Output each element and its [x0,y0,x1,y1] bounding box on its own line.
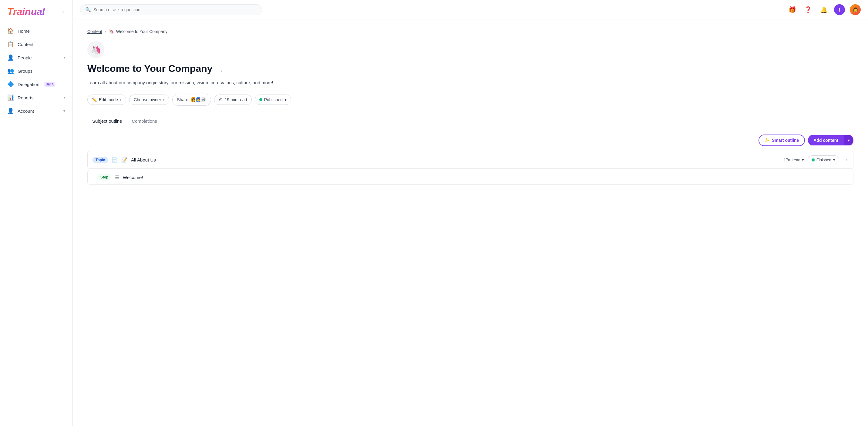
edit-mode-button[interactable]: ✏️ Edit mode ▾ [87,95,126,105]
beta-badge: BETA [44,82,55,87]
published-button[interactable]: Published ▾ [255,95,291,105]
sidebar-item-home[interactable]: 🏠 Home [4,25,69,37]
add-button[interactable]: ＋ [834,4,845,15]
sidebar: Trainual ‹ 🏠 Home 📋 Content 👤 People ▾ 👥… [0,0,73,426]
sidebar-item-label: Delegation [18,82,39,87]
step-badge: Step [97,174,111,181]
tabs: Subject outline Completions [87,116,854,127]
account-icon: 👤 [7,107,14,114]
sidebar-item-people[interactable]: 👤 People ▾ [4,51,69,64]
finished-button[interactable]: Finished ▾ [808,156,839,164]
tab-subject-outline[interactable]: Subject outline [87,116,127,127]
gift-icon-button[interactable]: 🎁 [787,4,798,15]
breadcrumb-emoji: 🦄 [108,29,114,34]
choose-owner-button[interactable]: Choose owner ▾ [129,95,169,105]
logo-area: Trainual ‹ [0,0,72,22]
action-bar: ✏️ Edit mode ▾ Choose owner ▾ Share 👩 👨 … [87,94,854,106]
topic-read-time: 17m read ▾ [784,158,804,162]
chevron-down-icon: ▾ [833,158,835,162]
groups-icon: 👥 [7,68,14,74]
smart-outline-button[interactable]: ✨ Smart outline [758,134,805,146]
topic-row: Topic 📄 📝 All About Us 17m read ▾ Finish… [87,151,854,169]
wand-icon: ✨ [765,138,770,143]
delegation-icon: 🔷 [7,81,14,88]
subject-title: Welcome to Your Company [87,63,213,74]
sidebar-item-label: Groups [18,68,32,74]
sidebar-item-label: Account [18,108,34,113]
topic-emoji: 📝 [121,157,127,163]
tab-completions[interactable]: Completions [127,116,162,127]
sidebar-item-groups[interactable]: 👥 Groups [4,65,69,77]
finished-label: Finished [816,158,831,162]
subject-emoji: 🦄 [91,45,101,55]
topbar-actions: 🎁 ❓ 🔔 ＋ 👩 [787,4,861,15]
edit-mode-label: Edit mode [99,97,118,102]
topic-name: All About Us [131,157,780,162]
sidebar-item-reports[interactable]: 📊 Reports ▾ [4,91,69,104]
more-options-button[interactable]: ⋮ [216,64,227,74]
sidebar-item-label: People [18,55,32,60]
chevron-down-icon: ▾ [802,158,804,162]
add-content-dropdown-button[interactable]: ▾ [844,135,854,145]
breadcrumb-parent-link[interactable]: Content [87,29,102,34]
search-input[interactable] [93,7,257,12]
reports-icon: 📊 [7,94,14,101]
finished-dot [812,159,815,162]
app-logo: Trainual [7,6,45,17]
sidebar-item-label: Content [18,42,34,47]
share-avatar-count: +4 [200,96,207,103]
chevron-down-icon: ▾ [163,98,165,102]
breadcrumb-current: Welcome to Your Company [116,29,167,34]
navigate-arrow-button[interactable]: → [843,157,848,163]
topbar: 🔍 🎁 ❓ 🔔 ＋ 👩 [73,0,868,20]
clock-icon: ⏱ [219,97,223,102]
read-time: ⏱ 19 min read [214,95,252,105]
chevron-down-icon: ▾ [63,56,65,60]
chevron-down-icon: ▾ [120,98,122,102]
add-content-button-group: Add content ▾ [808,134,854,146]
choose-owner-label: Choose owner [134,97,161,102]
published-label: Published [264,97,283,102]
chevron-down-icon: ▾ [63,95,65,100]
sidebar-item-account[interactable]: 👤 Account ▾ [4,104,69,117]
edit-icon: ✏️ [92,97,97,102]
list-icon: ☰ [115,174,119,180]
step-row: Step ☰ Welcome! [87,170,854,185]
subject-description: Learn all about our company origin story… [87,79,854,86]
add-content-main-button[interactable]: Add content [808,135,844,145]
published-dot [259,98,262,101]
sidebar-item-delegation[interactable]: 🔷 Delegation BETA [4,78,69,91]
outline-toolbar: ✨ Smart outline Add content ▾ [87,134,854,146]
chevron-down-icon: ▾ [284,97,287,102]
help-icon-button[interactable]: ❓ [803,4,813,15]
people-icon: 👤 [7,54,14,61]
notification-icon-button[interactable]: 🔔 [818,4,829,15]
document-icon: 📄 [112,157,118,163]
sidebar-collapse-button[interactable]: ‹ [61,7,65,16]
share-label: Share [177,97,188,102]
topic-actions: 17m read ▾ Finished ▾ → [784,156,848,164]
subject-title-row: Welcome to Your Company ⋮ [87,63,854,74]
read-time-label: 19 min read [225,97,247,102]
step-name: Welcome! [123,175,848,180]
search-bar: 🔍 [80,4,262,15]
user-avatar[interactable]: 👩 [850,4,861,15]
main-area: 🔍 🎁 ❓ 🔔 ＋ 👩 Content › 🦄 Welcome to Your … [73,0,868,426]
smart-outline-label: Smart outline [772,138,799,143]
share-button[interactable]: Share 👩 👨 +4 [172,94,211,106]
breadcrumb-separator: › [105,29,106,34]
sidebar-item-label: Home [18,29,30,34]
home-icon: 🏠 [7,28,14,34]
breadcrumb: Content › 🦄 Welcome to Your Company [87,29,854,34]
page-content: Content › 🦄 Welcome to Your Company 🦄 We… [73,20,868,426]
sidebar-item-label: Reports [18,95,34,100]
sidebar-item-content[interactable]: 📋 Content [4,38,69,51]
content-list: Topic 📄 📝 All About Us 17m read ▾ Finish… [87,151,854,186]
topic-badge: Topic [93,157,108,163]
content-icon: 📋 [7,41,14,47]
chevron-down-icon: ▾ [63,109,65,113]
search-icon: 🔍 [85,7,91,12]
sidebar-nav: 🏠 Home 📋 Content 👤 People ▾ 👥 Groups 🔷 D… [0,22,72,426]
subject-icon: 🦄 [87,41,104,58]
avatar-stack: 👩 👨 +4 [190,96,207,103]
